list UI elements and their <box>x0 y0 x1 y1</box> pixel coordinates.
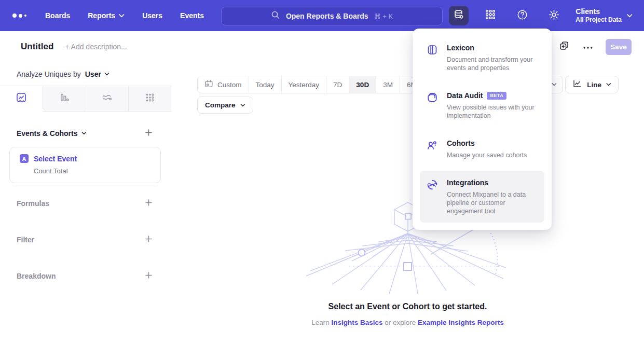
add-description[interactable]: + Add description... <box>65 43 127 51</box>
menu-item-integrations[interactable]: Integrations Connect Mixpanel to a data … <box>420 171 544 223</box>
more-options-button[interactable] <box>582 40 594 53</box>
empty-state-links: Learn Insights Basics or explore Example… <box>171 319 644 326</box>
menu-item-lexicon[interactable]: Lexicon Document and transform your even… <box>420 36 544 79</box>
data-audit-icon <box>426 91 439 104</box>
range-3m[interactable]: 3M <box>376 76 400 93</box>
insights-basics-link[interactable]: Insights Basics <box>331 319 382 326</box>
range-yesterday[interactable]: Yesterday <box>281 76 326 93</box>
report-title[interactable]: Untitled <box>21 42 53 52</box>
search-bar[interactable]: Open Reports & Boards ⌘ + K <box>221 7 443 25</box>
analyze-uniques-row: Analyze Uniques by User <box>0 62 171 86</box>
save-button[interactable]: Save <box>606 39 632 55</box>
integrations-icon <box>426 178 439 191</box>
chevron-down-icon <box>552 83 557 86</box>
chart-type-tabs <box>0 86 171 112</box>
compare-dropdown[interactable]: Compare <box>197 97 253 114</box>
lexicon-icon <box>426 44 439 56</box>
nav-item-users[interactable]: Users <box>142 11 162 20</box>
tab-insights-line-chart[interactable] <box>0 86 43 111</box>
top-nav-right: Clients All Project Data <box>449 0 633 31</box>
database-gear-icon <box>453 9 464 22</box>
apps-grid-button[interactable] <box>481 6 500 25</box>
settings-gear-icon <box>548 9 560 23</box>
tab-bar-chart[interactable] <box>43 86 86 111</box>
event-letter-badge: A <box>20 154 29 163</box>
tab-retention-grid[interactable] <box>128 86 171 111</box>
data-management-button[interactable] <box>449 6 469 25</box>
chevron-down-icon <box>627 14 633 18</box>
top-nav: Boards Reports Users Events Open Reports… <box>0 0 644 31</box>
menu-item-cohorts[interactable]: Cohorts Manage your saved cohorts <box>420 131 544 167</box>
formulas-section: Formulas <box>0 185 171 222</box>
chevron-down-icon <box>606 83 611 86</box>
help-icon <box>516 9 528 23</box>
chevron-down-icon <box>240 104 245 107</box>
line-chart-tab-icon <box>16 92 27 105</box>
project-scope: All Project Data <box>576 16 622 24</box>
chevron-down-icon <box>81 132 87 135</box>
range-today[interactable]: Today <box>249 76 281 93</box>
search-shortcut: ⌘ + K <box>374 12 393 20</box>
menu-item-data-audit[interactable]: Data AuditBETA View possible issues with… <box>420 84 544 127</box>
settings-button[interactable] <box>544 6 564 25</box>
add-filter-button[interactable] <box>143 235 154 245</box>
range-7d[interactable]: 7D <box>326 76 349 93</box>
date-range-control: Custom Today Yesterday 7D 30D 3M 6M <box>197 76 424 93</box>
breakdown-section: Breakdown <box>0 258 171 294</box>
plus-icon <box>144 198 153 209</box>
project-name: Clients <box>576 7 622 17</box>
app: Boards Reports Users Events Open Reports… <box>0 0 644 357</box>
apps-grid-icon <box>485 9 496 22</box>
duplicate-button[interactable] <box>558 40 570 53</box>
nav-item-reports[interactable]: Reports <box>88 11 125 20</box>
add-formula-button[interactable] <box>143 198 154 209</box>
range-30d[interactable]: 30D <box>349 76 376 93</box>
nav-item-boards[interactable]: Boards <box>45 11 70 20</box>
report-canvas: Custom Today Yesterday 7D 30D 3M 6M Comp… <box>171 62 644 357</box>
events-cohorts-toggle[interactable]: Events & Cohorts <box>17 129 87 138</box>
ellipsis-icon <box>583 42 593 51</box>
line-chart-icon <box>572 79 582 90</box>
event-aggregation[interactable]: Count Total <box>34 167 160 175</box>
chevron-down-icon <box>119 14 125 18</box>
search-placeholder: Open Reports & Boards <box>286 12 368 20</box>
plus-icon <box>144 128 153 139</box>
breakdown-label: Breakdown <box>17 272 56 280</box>
example-insights-reports-link[interactable]: Example Insights Reports <box>418 319 504 326</box>
range-custom[interactable]: Custom <box>198 76 249 93</box>
duplicate-icon <box>559 40 569 53</box>
plus-icon <box>144 271 153 282</box>
add-event-button[interactable] <box>143 128 154 139</box>
data-management-menu: Lexicon Document and transform your even… <box>413 29 552 230</box>
chevron-down-icon <box>104 73 109 76</box>
bar-chart-tab-icon <box>59 92 70 105</box>
tab-flow-chart[interactable] <box>86 86 129 111</box>
mixpanel-logo-icon[interactable] <box>12 13 26 18</box>
plus-icon <box>144 235 153 245</box>
primary-nav: Boards Reports Users Events <box>45 11 204 20</box>
query-sidebar: Analyze Uniques by User <box>0 62 172 357</box>
event-row-card[interactable]: A Select Event Count Total <box>9 147 161 183</box>
cohorts-icon <box>426 139 439 152</box>
flow-tab-icon <box>101 92 113 105</box>
analyze-by-dropdown[interactable]: User <box>85 70 109 78</box>
formulas-label: Formulas <box>17 199 49 208</box>
filter-section: Filter <box>0 222 171 258</box>
beta-badge: BETA <box>487 92 506 100</box>
project-selector[interactable]: Clients All Project Data <box>576 7 633 24</box>
help-button[interactable] <box>512 6 532 25</box>
empty-state-heading: Select an Event or Cohort to get started… <box>171 302 644 311</box>
calendar-icon <box>204 79 213 90</box>
chart-type-dropdown[interactable]: Line <box>565 76 619 93</box>
search-icon <box>271 10 280 22</box>
nav-item-events[interactable]: Events <box>180 11 204 20</box>
events-cohorts-header: Events & Cohorts <box>0 128 171 139</box>
analyze-label: Analyze Uniques by <box>17 70 81 78</box>
select-event-button[interactable]: Select Event <box>34 155 77 163</box>
add-breakdown-button[interactable] <box>143 271 154 281</box>
dots-grid-tab-icon <box>144 92 156 105</box>
filter-label: Filter <box>17 236 34 244</box>
